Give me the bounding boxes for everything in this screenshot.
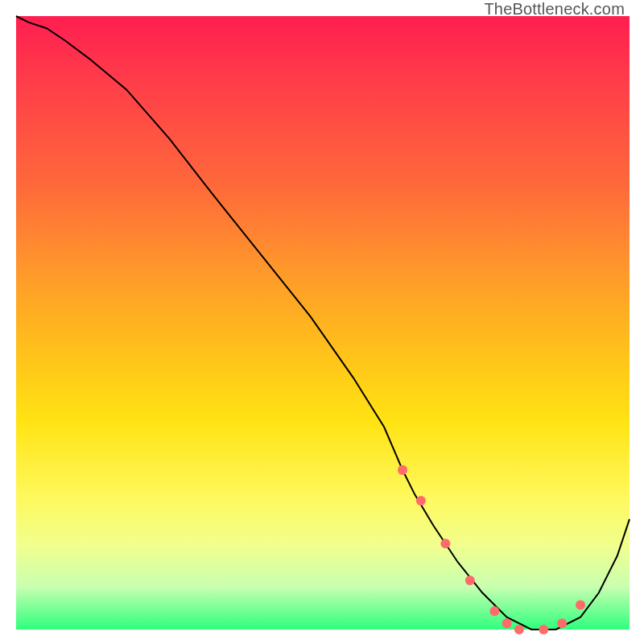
plot-area <box>16 16 630 630</box>
highlight-dot <box>576 601 585 610</box>
curve-svg <box>16 16 630 630</box>
highlight-dot <box>398 465 407 475</box>
chart-stage: TheBottleneck.com <box>0 0 644 644</box>
highlight-dot <box>465 576 475 585</box>
highlight-dot <box>416 496 426 506</box>
highlight-dot <box>440 539 450 548</box>
highlight-dot <box>557 618 567 628</box>
highlight-dot <box>539 625 548 634</box>
highlight-dot <box>514 625 524 634</box>
highlight-dot <box>489 606 499 616</box>
highlight-dot <box>502 618 512 628</box>
curve-path <box>16 16 630 630</box>
